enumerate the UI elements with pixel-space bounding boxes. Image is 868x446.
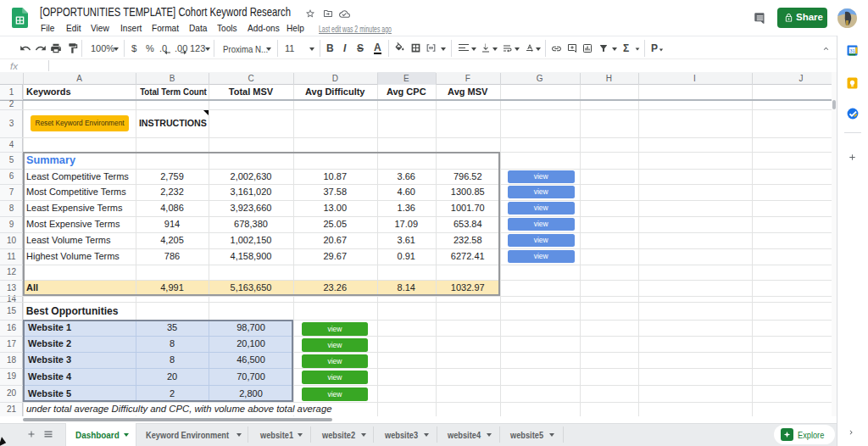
svg-text:31: 31	[849, 48, 855, 53]
